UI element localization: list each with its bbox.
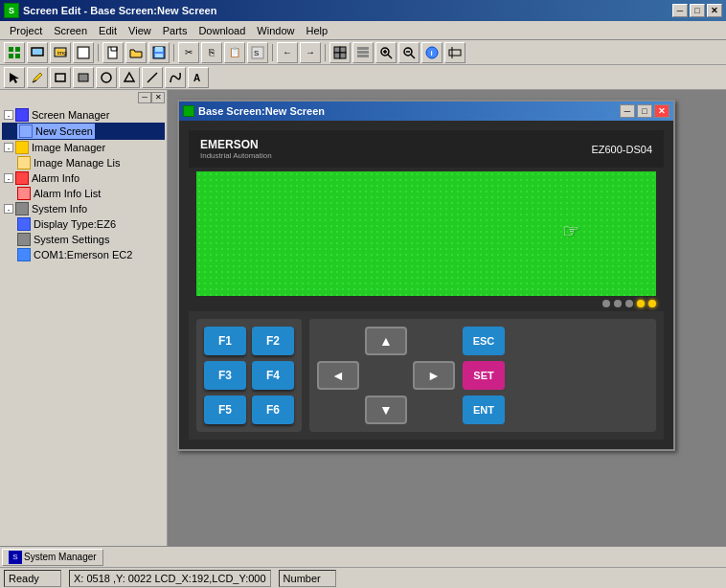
toolbar-screen-btn[interactable] [27,42,48,63]
left-panel-close[interactable]: ✕ [151,92,165,103]
led-3 [625,300,633,307]
toolbar-paste-btn[interactable]: 📋 [224,42,245,63]
f5-button[interactable]: F5 [204,396,246,424]
menu-help[interactable]: Help [300,23,333,38]
inner-maximize-btn[interactable]: □ [637,104,652,118]
menu-window[interactable]: Window [251,23,300,38]
f2-button[interactable]: F2 [252,327,294,355]
expand-system-info[interactable]: - [4,204,13,214]
toolbar-rect-btn[interactable] [50,67,71,88]
toolbar-special-btn[interactable]: S [247,42,268,63]
inner-minimize-btn[interactable]: ─ [620,104,635,118]
toolbar-new-btn[interactable] [102,42,124,63]
led-5 [648,300,656,307]
f1-button[interactable]: F1 [204,327,246,355]
tree-image-manage-list[interactable]: Image Manage Lis [2,155,165,170]
toolbar-filled-rect-btn[interactable] [73,67,94,88]
down-button[interactable]: ▼ [365,396,407,424]
tree-system-settings[interactable]: System Settings [2,232,165,247]
system-manager-taskbar-btn[interactable]: S System Manager [2,549,103,566]
left-button[interactable]: ◄ [317,361,359,390]
menu-edit[interactable]: Edit [93,23,123,38]
toolbar-arrange2-btn[interactable] [352,42,374,63]
tree-system-info[interactable]: - System Info [2,201,165,216]
expand-alarm-info[interactable]: - [4,173,13,183]
f3-button[interactable]: F3 [204,361,246,390]
toolbar-text-btn[interactable]: A [188,67,209,88]
menu-screen[interactable]: Screen [48,23,93,38]
svg-rect-24 [357,47,369,50]
f6-button[interactable]: F6 [252,396,294,424]
alarm-info-list-icon [17,187,31,200]
toolbar-extra-btn[interactable] [444,42,465,63]
toolbar-back-btn[interactable]: ← [277,42,298,63]
minimize-button[interactable]: ─ [672,4,688,17]
tree-alarm-info[interactable]: - Alarm Info [2,170,165,186]
toolbar-open-btn[interactable] [125,42,147,63]
left-panel-minimize[interactable]: ─ [138,92,151,103]
toolbar-checkbox-btn[interactable] [73,42,94,63]
maximize-button[interactable]: □ [690,4,705,17]
device-body: EMERSON Industrial Automation EZ600-DS04… [179,121,673,449]
svg-marker-42 [125,73,134,81]
tree-alarm-info-list[interactable]: Alarm Info List [2,186,165,201]
toolbar-bezier-btn[interactable] [165,67,186,88]
system-settings-icon [17,233,31,246]
menu-project[interactable]: Project [4,23,48,38]
toolbar-separator-4 [325,44,326,61]
esc-button[interactable]: ESC [463,327,505,355]
toolbar-zoomout-btn[interactable] [398,42,420,63]
content-area: ─ ✕ - Screen Manager New Screen [0,90,726,588]
toolbar-pencil-btn[interactable] [27,67,48,88]
menu-bar: Project Screen Edit View Parts Download … [0,21,726,40]
tree-screen-manager[interactable]: - Screen Manager [2,107,165,123]
toolbar-forward-btn[interactable]: → [300,42,321,63]
up-button[interactable]: ▲ [365,327,407,355]
toolbar-zoomin-btn[interactable] [375,42,397,63]
nav-button-group: ▲ ◄ ► ▼ [317,327,455,424]
toolbar-save-btn[interactable] [148,42,170,63]
menu-download[interactable]: Download [193,23,251,38]
image-manager-icon [15,141,29,154]
toolbar-arrange1-btn[interactable] [329,42,351,63]
toolbar-select-btn[interactable] [4,67,25,88]
svg-rect-16 [155,47,163,52]
toolbar-line-btn[interactable] [142,67,163,88]
expand-screen-manager[interactable]: - [4,110,13,120]
svg-rect-10 [79,48,88,57]
svg-rect-36 [449,50,461,56]
inner-window-title: Base Screen:New Screen [198,105,325,117]
close-button[interactable]: ✕ [707,4,722,17]
expand-image-manager[interactable]: - [4,143,13,152]
toolbar-poly-btn[interactable] [119,67,140,88]
toolbar-cut-btn[interactable]: ✂ [178,42,199,63]
toolbar-copy-btn[interactable]: ⎘ [201,42,222,63]
right-button[interactable]: ► [413,361,455,390]
svg-rect-17 [155,54,163,57]
menu-view[interactable]: View [123,23,157,38]
svg-rect-21 [340,47,346,53]
svg-rect-26 [357,55,369,57]
tree-image-manager[interactable]: - Image Manager [2,140,165,155]
f4-button[interactable]: F4 [252,361,294,390]
inner-close-btn[interactable]: ✕ [654,104,669,118]
set-button[interactable]: SET [463,361,505,390]
fn-button-group: F1 F2 F3 F4 F5 F6 [196,319,302,432]
title-bar: S Screen Edit - Base Screen:New Screen ─… [0,0,726,21]
menu-parts[interactable]: Parts [157,23,193,38]
tree-new-screen[interactable]: New Screen [2,123,165,140]
inner-title-buttons: ─ □ ✕ [620,104,669,118]
tree-com1[interactable]: COM1:Emerson EC2 [2,247,165,262]
left-panel-title: ─ ✕ [0,90,167,105]
toolbar-circle-btn[interactable] [96,67,117,88]
toolbar-image-btn[interactable]: img [50,42,71,63]
toolbar-info-btn[interactable]: i [421,42,442,63]
toolbar-grid-btn[interactable] [4,42,25,63]
ent-button[interactable]: ENT [463,396,505,424]
green-display-screen[interactable]: ☞ [196,171,656,296]
tree-display-type[interactable]: Display Type:EZ6 [2,216,165,232]
svg-line-32 [411,55,415,58]
status-ready: Ready [4,570,61,587]
alarm-info-icon [15,171,29,185]
svg-line-43 [147,73,157,82]
